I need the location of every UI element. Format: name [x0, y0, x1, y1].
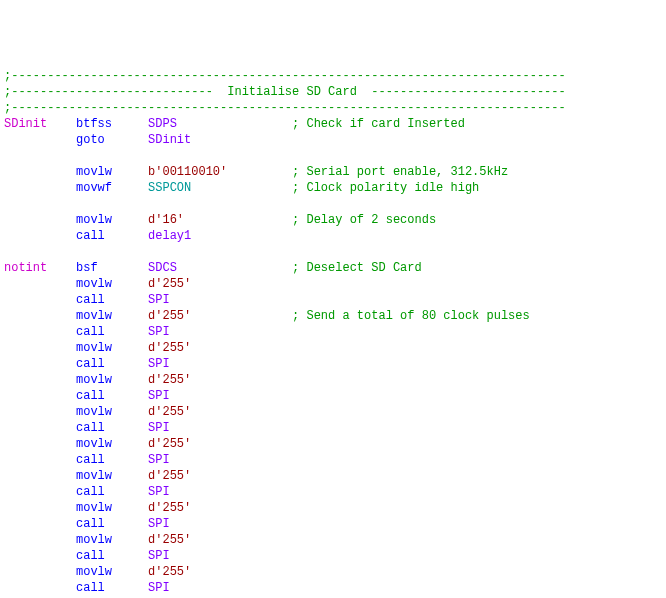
code-line: movwf SSPCON ; Clock polarity idle high — [4, 180, 662, 196]
comment: ; Send a total of 80 clock pulses — [292, 309, 530, 323]
opcode: call — [76, 517, 148, 531]
operand: SPI — [148, 517, 292, 531]
opcode: movlw — [76, 405, 148, 419]
code-line: movlw d'255' — [4, 404, 662, 420]
comment-line: ;---------------------------------------… — [4, 101, 566, 115]
operand: d'255' — [148, 469, 292, 483]
comment: ; Check if card Inserted — [292, 117, 465, 131]
opcode: movlw — [76, 165, 148, 179]
code-line: movlw d'255' — [4, 468, 662, 484]
label — [4, 405, 76, 419]
operand: SPI — [148, 453, 292, 467]
opcode: call — [76, 581, 148, 595]
operand: SPI — [148, 357, 292, 371]
operand: b'00110010' — [148, 165, 292, 179]
code-line: call SPI — [4, 548, 662, 564]
label — [4, 565, 76, 579]
code-line: goto SDinit — [4, 132, 662, 148]
opcode: call — [76, 293, 148, 307]
operand: SPI — [148, 293, 292, 307]
operand: d'255' — [148, 309, 292, 323]
code-line: call SPI — [4, 420, 662, 436]
opcode: call — [76, 357, 148, 371]
code-line: SDinit btfss SDPS ; Check if card Insert… — [4, 116, 662, 132]
code-line: movlw b'00110010' ; Serial port enable, … — [4, 164, 662, 180]
label — [4, 501, 76, 515]
operand: SDCS — [148, 261, 292, 275]
comment-line: ;---------------------------------------… — [4, 69, 566, 83]
operand: d'255' — [148, 277, 292, 291]
label — [4, 453, 76, 467]
opcode: movlw — [76, 373, 148, 387]
opcode: goto — [76, 133, 148, 147]
label: SDinit — [4, 117, 76, 131]
code-line: call SPI — [4, 324, 662, 340]
opcode: call — [76, 453, 148, 467]
opcode: movwf — [76, 181, 148, 195]
opcode: call — [76, 485, 148, 499]
operand: d'255' — [148, 437, 292, 451]
label — [4, 357, 76, 371]
operand: SPI — [148, 389, 292, 403]
code-line: movlw d'255' — [4, 532, 662, 548]
opcode: movlw — [76, 277, 148, 291]
comment: ; Clock polarity idle high — [292, 181, 479, 195]
code-line: movlw d'255' — [4, 372, 662, 388]
code-line: call SPI — [4, 452, 662, 468]
operand: delay1 — [148, 229, 292, 243]
code-line: ;---------------------------------------… — [4, 68, 662, 84]
operand: SPI — [148, 485, 292, 499]
code-line — [4, 148, 662, 164]
code-block: ;---------------------------------------… — [4, 68, 662, 596]
code-line: movlw d'255' — [4, 340, 662, 356]
opcode: call — [76, 421, 148, 435]
label — [4, 165, 76, 179]
label — [4, 133, 76, 147]
opcode: movlw — [76, 341, 148, 355]
label — [4, 341, 76, 355]
code-line: ;---------------------------------------… — [4, 100, 662, 116]
code-line: movlw d'255' — [4, 276, 662, 292]
operand: d'255' — [148, 405, 292, 419]
label — [4, 293, 76, 307]
operand: SPI — [148, 549, 292, 563]
operand: d'255' — [148, 341, 292, 355]
code-line: call delay1 — [4, 228, 662, 244]
label — [4, 485, 76, 499]
code-line: movlw d'16' ; Delay of 2 seconds — [4, 212, 662, 228]
opcode: movlw — [76, 309, 148, 323]
comment: ; Serial port enable, 312.5kHz — [292, 165, 508, 179]
comment: ; Delay of 2 seconds — [292, 213, 436, 227]
label — [4, 181, 76, 195]
label — [4, 517, 76, 531]
label — [4, 309, 76, 323]
opcode: movlw — [76, 437, 148, 451]
label — [4, 581, 76, 595]
operand: d'16' — [148, 213, 292, 227]
operand: SDPS — [148, 117, 292, 131]
label — [4, 325, 76, 339]
label — [4, 229, 76, 243]
operand: SPI — [148, 581, 292, 595]
code-line — [4, 196, 662, 212]
opcode: call — [76, 325, 148, 339]
operand: d'255' — [148, 533, 292, 547]
opcode: movlw — [76, 213, 148, 227]
label — [4, 469, 76, 483]
code-line: notint bsf SDCS ; Deselect SD Card — [4, 260, 662, 276]
label — [4, 277, 76, 291]
operand: SPI — [148, 421, 292, 435]
label — [4, 213, 76, 227]
code-line: call SPI — [4, 356, 662, 372]
operand: SSPCON — [148, 181, 292, 195]
operand: d'255' — [148, 501, 292, 515]
operand: d'255' — [148, 373, 292, 387]
code-line: call SPI — [4, 516, 662, 532]
comment-line: ;---------------------------- Initialise… — [4, 85, 566, 99]
operand: SDinit — [148, 133, 292, 147]
code-line: call SPI — [4, 484, 662, 500]
label — [4, 533, 76, 547]
code-line: movlw d'255' — [4, 564, 662, 580]
operand: SPI — [148, 325, 292, 339]
label: notint — [4, 261, 76, 275]
